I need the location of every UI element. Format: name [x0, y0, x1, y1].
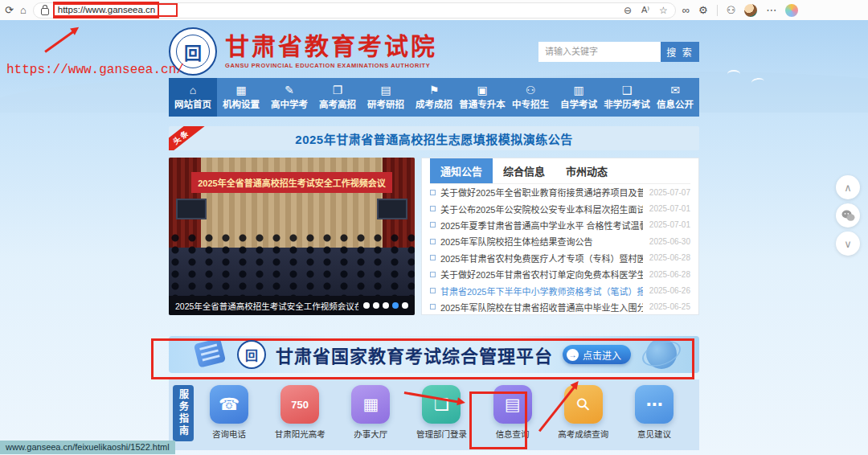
nav-item-college-upgrade[interactable]: ▣普通专升本 [458, 78, 506, 117]
lock-icon[interactable] [41, 8, 49, 15]
nav-label: 普通专升本 [459, 97, 506, 110]
scroll-up-button[interactable]: ∧ [836, 175, 860, 199]
platform-enter-button[interactable]: → 点击进入 [563, 345, 631, 364]
nav-item-secondary-admission[interactable]: ⚇中专招生 [506, 78, 555, 117]
carousel-dot-1[interactable] [373, 302, 379, 309]
zoom-out-icon[interactable]: ⊖ [624, 5, 632, 16]
service-label: 信息查询 [496, 428, 530, 440]
site-title: 甘肃省教育考试院 [225, 35, 437, 59]
wechat-icon [841, 210, 855, 222]
news-list-item[interactable]: 2025年军队院校招生体检结果查询公告2025-06-30 [430, 233, 690, 249]
nav-item-graduate-exam[interactable]: ▤研考研招 [362, 78, 410, 117]
news-item-title: 关于做好2025年全省职业教育衔接贯通培养项目及普通中等专业学校招生工 [440, 186, 643, 199]
nav-item-non-degree-exam[interactable]: ❑非学历考试 [603, 78, 651, 117]
secondary-admission-icon: ⚇ [526, 84, 536, 96]
bullet-icon [430, 288, 436, 293]
page-background: 回 甘肃省教育考试院 GANSU PROVINCIAL EDUCATION EX… [0, 20, 868, 455]
carousel-caption[interactable]: 2025年全省普通高校招生考试安全工作视频会议在兰州召开 [175, 300, 358, 312]
more-menu-icon[interactable]: ⋯ [766, 4, 776, 16]
college-upgrade-icon: ▣ [477, 84, 487, 96]
service-item-feedback[interactable]: ⋯意见建议 [620, 385, 688, 440]
nav-item-self-study-exam[interactable]: ▥自学考试 [555, 78, 603, 117]
reload-icon[interactable]: ⟳ [5, 5, 14, 15]
chevron-down-icon: ∨ [844, 238, 852, 250]
main-nav: ⌂网站首页▦机构设置✎高中学考❐高考高招▤研考研招⚑成考成招▣普通专升本⚇中专招… [169, 78, 699, 117]
news-item-title: 2025年甘肃省农村免费医疗人才专项（专科）暨村医订单定向医学生招生公 [440, 252, 643, 264]
browser-essentials-icon[interactable]: ⚙ [698, 4, 708, 16]
service-item-sunshine-gaokao[interactable]: 750甘肃阳光高考 [266, 385, 334, 440]
news-item-date: 2025-07-07 [649, 188, 690, 197]
carousel-dot-3[interactable] [392, 302, 399, 309]
bullet-icon [430, 190, 436, 195]
news-list-item[interactable]: 关于做好2025年全省职业教育衔接贯通培养项目及普通中等专业学校招生工2025-… [430, 184, 690, 200]
bullet-icon [430, 272, 436, 277]
nav-label: 机构设置 [223, 97, 260, 110]
bullet-icon [430, 206, 436, 211]
profile-settings-icon[interactable]: ⚇ [727, 4, 736, 16]
read-aloud-icon[interactable]: A⁾ [641, 5, 649, 16]
copilot-icon[interactable] [785, 4, 798, 17]
news-list-item[interactable]: 2025年甘肃省农村免费医疗人才专项（专科）暨村医订单定向医学生招生公2025-… [430, 250, 690, 266]
favorite-star-icon[interactable]: ☆ [659, 5, 668, 16]
news-carousel[interactable]: 2025年全省普通高校招生考试安全工作视频会议 2025年全省普通高校招生考试安… [169, 158, 415, 315]
news-list-item[interactable]: 2025年夏季甘肃省普通高中学业水平 合格性考试温馨提示2025-07-01 [430, 217, 690, 233]
address-bar[interactable]: https://www.ganseea.cn ⊖ A⁾ ☆ [33, 2, 676, 18]
nav-label: 研考研招 [367, 97, 404, 110]
non-degree-exam-icon: ❑ [622, 84, 633, 96]
wechat-button[interactable] [836, 203, 860, 228]
nav-item-high-school-exam[interactable]: ✎高中学考 [265, 78, 313, 117]
headline-title[interactable]: 2025年甘肃省普通高校招生志愿填报模拟演练公告 [295, 130, 572, 147]
carousel-dot-4[interactable] [402, 302, 408, 309]
sidebar-infinity-icon[interactable]: ∞ [682, 4, 690, 16]
service-label: 甘肃阳光高考 [275, 428, 326, 440]
news-tab-1[interactable]: 综合信息 [493, 158, 555, 183]
news-item-title: 2025年军队院校在甘肃省招收普通高中毕业生入围分数控制线公告 [440, 301, 643, 314]
news-list-item[interactable]: 甘肃省2025年下半年中小学教师资格考试（笔试）报名公告2025-06-26 [430, 282, 690, 298]
carousel-dot-2[interactable] [383, 302, 389, 309]
platform-enter-label: 点击进入 [583, 348, 621, 362]
avatar[interactable] [744, 4, 757, 17]
url-text[interactable]: https://www.ganseea.cn [53, 3, 178, 17]
scroll-down-button[interactable]: ∨ [836, 232, 860, 256]
nav-item-adult-exam[interactable]: ⚑成考成招 [410, 78, 458, 117]
search-button[interactable]: 搜 索 [661, 42, 699, 62]
service-item-service-hall[interactable]: ▦办事大厅 [337, 385, 404, 440]
news-list-item[interactable]: 2025年军队院校在甘肃省招收普通高中毕业生入围分数控制线公告2025-06-2… [430, 299, 690, 315]
news-item-date: 2025-07-01 [649, 220, 690, 229]
services-guide-tab[interactable]: 服务指南 [173, 385, 194, 441]
platform-title: 甘肃省国家教育考试综合管理平台 [276, 342, 553, 367]
arrow-right-icon: → [567, 349, 579, 361]
home-icon[interactable]: ⌂ [20, 5, 27, 15]
service-item-info-query[interactable]: ▤信息查询 [479, 385, 547, 440]
feedback-icon: ⋯ [635, 385, 674, 424]
news-tab-0[interactable]: 通知公告 [430, 158, 493, 183]
home-icon: ⌂ [190, 84, 196, 96]
crowd-decoration [169, 233, 415, 296]
service-item-consult-phone[interactable]: ☎咨询电话 [195, 385, 263, 440]
service-label: 管理部门登录 [416, 428, 467, 440]
search-input[interactable] [538, 42, 661, 62]
news-item-date: 2025-06-26 [649, 286, 690, 295]
platform-seal-icon: 回 [237, 340, 266, 369]
admin-login-icon: ❏ [422, 385, 461, 424]
carousel-dot-0[interactable] [363, 302, 370, 309]
gaokao-admission-icon: ❐ [333, 84, 343, 96]
news-list-item[interactable]: 关于做好2025年甘肃省农村订单定向免费本科医学生招生工作的通知2025-06-… [430, 266, 690, 282]
dove-decoration [727, 70, 740, 78]
high-school-exam-icon: ✎ [285, 84, 294, 96]
service-item-score-query[interactable]: ⚲高考成绩查询 [550, 385, 617, 440]
search-box: 搜 索 [538, 42, 699, 62]
nav-item-info-disclosure[interactable]: ✉信息公开 [651, 78, 699, 117]
document-decoration [194, 338, 226, 367]
self-study-exam-icon: ▥ [573, 84, 583, 96]
news-item-title: 2025年夏季甘肃省普通高中学业水平 合格性考试温馨提示 [440, 219, 643, 232]
nav-label: 信息公开 [657, 97, 694, 110]
service-label: 高考成绩查询 [558, 428, 608, 440]
nav-item-gaokao-admission[interactable]: ❐高考高招 [313, 78, 362, 117]
news-list-item[interactable]: 关于公布2025年公安院校公安专业本科层次招生面试、体检和体能测评资格2025-… [430, 200, 690, 216]
nav-item-organization[interactable]: ▦机构设置 [217, 78, 265, 117]
platform-banner[interactable]: 回 甘肃省国家教育考试综合管理平台 → 点击进入 [169, 336, 699, 373]
news-panel: 通知公告综合信息市州动态 关于做好2025年全省职业教育衔接贯通培养项目及普通中… [421, 158, 699, 315]
nav-item-home[interactable]: ⌂网站首页 [169, 78, 217, 117]
news-tab-2[interactable]: 市州动态 [555, 158, 618, 183]
